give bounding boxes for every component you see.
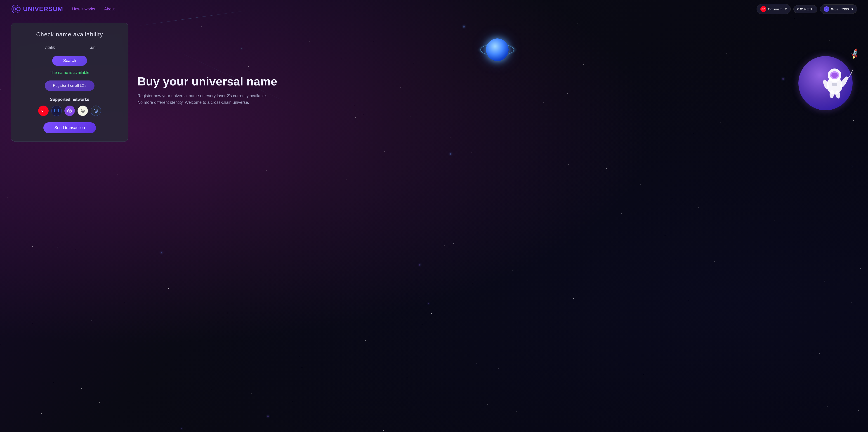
name-input[interactable]	[43, 44, 88, 51]
nav-how-it-works[interactable]: How it works	[72, 7, 95, 11]
scroll-icon	[80, 108, 85, 113]
nav-links: How it works About	[72, 7, 115, 11]
poly-icon	[67, 108, 72, 113]
planet-orb	[479, 32, 515, 68]
search-button[interactable]: Search	[52, 56, 87, 66]
svg-point-2	[15, 8, 17, 10]
svg-point-18	[831, 72, 838, 78]
network-messenger[interactable]	[51, 105, 62, 116]
svg-rect-23	[832, 83, 837, 86]
chevron-down-icon: ▾	[785, 7, 787, 11]
hero-desc-line2: No more different identity. Welcome to a…	[137, 100, 249, 105]
op-badge: OP	[761, 6, 766, 12]
svg-marker-14	[95, 110, 97, 112]
networks-label: Supported networks	[20, 97, 119, 102]
planet-inner	[486, 38, 508, 61]
right-section: Buy your universal name Register now you…	[137, 23, 857, 106]
wallet-chevron-icon: ▾	[851, 7, 853, 11]
svg-text:W: W	[826, 8, 827, 10]
main-content: Check name availability .uni Search The …	[0, 18, 868, 432]
card-title: Check name availability	[20, 31, 119, 38]
wallet-button[interactable]: W 0x5a...7390 ▾	[820, 4, 857, 14]
name-input-row: .uni	[20, 44, 119, 51]
wallet-avatar: W	[824, 6, 829, 12]
network-polygon[interactable]	[64, 105, 75, 116]
svg-marker-8	[68, 110, 71, 112]
networks-row: OP	[20, 105, 119, 116]
astronaut-icon	[812, 56, 857, 106]
logo[interactable]: UNIVERSUM	[11, 4, 63, 14]
send-transaction-button[interactable]: Send transaction	[43, 122, 96, 133]
network-selector[interactable]: OP Optimism ▾	[756, 4, 791, 14]
svg-marker-13	[94, 109, 98, 113]
navbar: UNIVERSUM How it works About OP Optimism…	[0, 0, 868, 18]
op-network-label: OP	[41, 109, 45, 112]
network-optimism[interactable]: OP	[38, 105, 49, 116]
network-combinator[interactable]	[91, 105, 101, 116]
logo-icon	[11, 4, 21, 14]
name-suffix: .uni	[90, 45, 96, 50]
availability-status: The name is available	[20, 70, 119, 75]
comb-icon	[93, 108, 98, 113]
msg-icon	[54, 108, 59, 113]
register-button[interactable]: Register it on all L2's	[45, 81, 94, 91]
eth-balance: 0.019 ETH	[794, 5, 817, 13]
nav-right: OP Optimism ▾ 0.019 ETH W 0x5a...7390 ▾	[756, 4, 857, 14]
hero-title: Buy your universal name	[137, 74, 857, 88]
network-scroll[interactable]	[78, 105, 88, 116]
hero-description: Register now your universal name on ever…	[137, 93, 273, 106]
check-name-card: Check name availability .uni Search The …	[11, 23, 128, 142]
nav-about[interactable]: About	[104, 7, 115, 11]
wallet-address: 0x5a...7390	[831, 7, 849, 11]
hero-desc-line1: Register now your universal name on ever…	[137, 94, 267, 98]
logo-label: UNIVERSUM	[23, 5, 63, 13]
astro-decoration: 🚀	[794, 47, 857, 110]
network-name: Optimism	[768, 7, 782, 11]
